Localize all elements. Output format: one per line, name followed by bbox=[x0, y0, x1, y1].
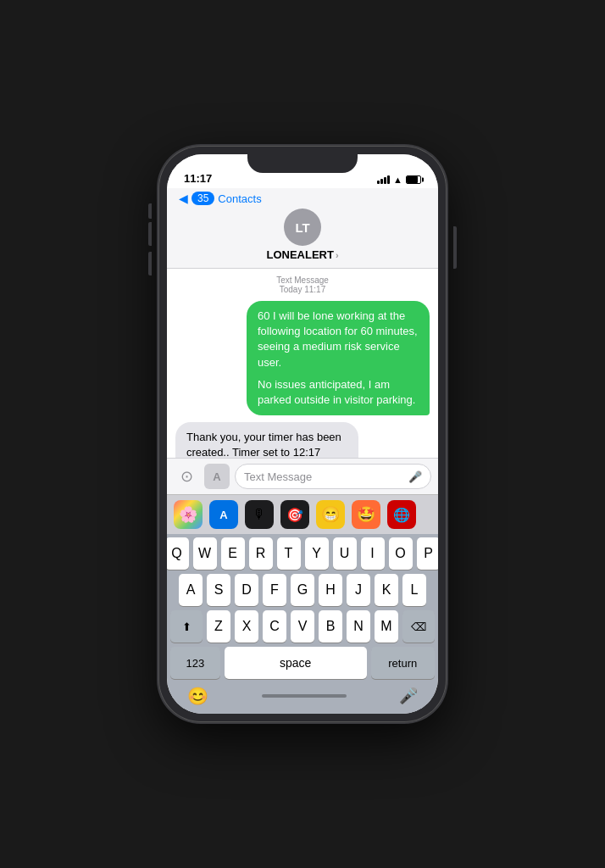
silent-switch[interactable] bbox=[148, 203, 152, 219]
message-time: Today 11:17 bbox=[175, 285, 430, 294]
phone-device: 11:17 ▲ ◀ 35 Contacts bbox=[158, 146, 447, 722]
key-l[interactable]: L bbox=[402, 574, 426, 606]
sticker-app-icon[interactable]: 🤩 bbox=[352, 500, 380, 529]
message-input[interactable]: Text Message 🎤 bbox=[235, 464, 431, 489]
message-meta: Text Message Today 11:17 bbox=[175, 275, 430, 294]
key-a[interactable]: A bbox=[179, 574, 203, 606]
key-u[interactable]: U bbox=[333, 537, 357, 570]
power-button[interactable] bbox=[453, 226, 457, 269]
camera-button[interactable]: ⊙ bbox=[174, 464, 199, 489]
wifi-icon: ▲ bbox=[393, 175, 402, 185]
volume-up-button[interactable] bbox=[148, 222, 152, 246]
status-icons: ▲ bbox=[377, 175, 421, 185]
key-f[interactable]: F bbox=[263, 574, 286, 606]
audio-app-icon[interactable]: 🎙 bbox=[245, 500, 274, 529]
appstore-app-icon[interactable]: A bbox=[209, 500, 238, 529]
key-j[interactable]: J bbox=[347, 574, 370, 606]
contact-header: LT LONEALERT › bbox=[179, 209, 426, 261]
sent-message-row: 60 I will be lone working at the followi… bbox=[175, 301, 430, 415]
key-q[interactable]: Q bbox=[167, 537, 189, 570]
key-z[interactable]: Z bbox=[207, 610, 230, 643]
home-indicator bbox=[262, 694, 347, 698]
nav-bar: ◀ 35 Contacts LT LONEALERT › bbox=[167, 188, 438, 269]
signal-icon bbox=[377, 175, 390, 184]
keyboard-row-3: ⬆ Z X C V B N M ⌫ bbox=[170, 610, 435, 643]
key-r[interactable]: R bbox=[249, 537, 273, 570]
key-t[interactable]: T bbox=[277, 537, 301, 570]
sent-text-2: No issues anticipated, I am parked outsi… bbox=[258, 377, 419, 408]
photos-app-icon[interactable]: 🌸 bbox=[174, 500, 203, 529]
badge-count: 35 bbox=[191, 192, 214, 205]
key-v[interactable]: V bbox=[291, 610, 314, 643]
key-i[interactable]: I bbox=[361, 537, 385, 570]
keyboard-bottom-bar: 😊 🎤 bbox=[170, 683, 435, 714]
back-chevron-icon: ◀ bbox=[179, 192, 188, 205]
back-label: Contacts bbox=[218, 192, 261, 205]
contact-chevron-icon: › bbox=[336, 250, 339, 260]
back-button[interactable]: ◀ 35 Contacts bbox=[179, 192, 426, 205]
contact-name[interactable]: LONEALERT › bbox=[266, 248, 338, 261]
avatar: LT bbox=[284, 209, 321, 246]
key-n[interactable]: N bbox=[347, 610, 370, 643]
notch bbox=[247, 154, 358, 173]
volume-down-button[interactable] bbox=[148, 252, 152, 275]
input-placeholder: Text Message bbox=[244, 470, 312, 483]
memoji-app-icon[interactable]: 😁 bbox=[316, 500, 345, 529]
key-p[interactable]: P bbox=[417, 537, 439, 570]
input-bar: ⊙ A Text Message 🎤 bbox=[167, 458, 438, 494]
key-x[interactable]: X bbox=[235, 610, 258, 643]
keyboard-row-2: A S D F G H J K L bbox=[170, 574, 435, 606]
delete-key[interactable]: ⌫ bbox=[402, 610, 435, 643]
key-c[interactable]: C bbox=[263, 610, 286, 643]
return-key[interactable]: return bbox=[371, 647, 436, 679]
keyboard-row-1: Q W E R T Y U I O P bbox=[170, 537, 435, 570]
sent-bubble[interactable]: 60 I will be lone working at the followi… bbox=[247, 301, 430, 415]
globe-app-icon[interactable]: 🌐 bbox=[387, 500, 416, 529]
key-s[interactable]: S bbox=[207, 574, 230, 606]
received-bubble[interactable]: Thank you, your timer has been created..… bbox=[175, 422, 358, 458]
emoji-key[interactable]: 😊 bbox=[187, 686, 208, 706]
keyboard-mic-icon[interactable]: 🎤 bbox=[399, 687, 418, 705]
key-k[interactable]: K bbox=[375, 574, 398, 606]
numbers-key[interactable]: 123 bbox=[170, 647, 220, 679]
key-w[interactable]: W bbox=[193, 537, 217, 570]
mic-icon: 🎤 bbox=[408, 470, 422, 483]
key-e[interactable]: E bbox=[221, 537, 245, 570]
phone-screen: 11:17 ▲ ◀ 35 Contacts bbox=[167, 154, 438, 714]
shift-key[interactable]: ⬆ bbox=[170, 610, 203, 643]
keyboard-row-bottom: 123 space return bbox=[170, 647, 435, 679]
key-b[interactable]: B bbox=[319, 610, 342, 643]
messages-area: Text Message Today 11:17 60 I will be lo… bbox=[167, 269, 438, 458]
key-g[interactable]: G bbox=[291, 574, 314, 606]
battery-icon bbox=[406, 175, 421, 184]
activity-app-icon[interactable]: 🎯 bbox=[280, 500, 309, 529]
key-h[interactable]: H bbox=[319, 574, 342, 606]
apps-button[interactable]: A bbox=[204, 464, 230, 489]
message-type: Text Message bbox=[175, 275, 430, 285]
key-d[interactable]: D bbox=[235, 574, 258, 606]
space-key[interactable]: space bbox=[225, 647, 367, 679]
app-strip: 🌸 A 🎙 🎯 😁 🤩 🌐 bbox=[167, 494, 438, 534]
sent-text-1: 60 I will be lone working at the followi… bbox=[258, 309, 419, 370]
keyboard: Q W E R T Y U I O P A S D F G H J K bbox=[167, 534, 438, 714]
key-o[interactable]: O bbox=[389, 537, 413, 570]
key-y[interactable]: Y bbox=[305, 537, 329, 570]
received-message-row: Thank you, your timer has been created..… bbox=[175, 422, 430, 458]
status-time: 11:17 bbox=[184, 172, 212, 185]
key-m[interactable]: M bbox=[375, 610, 398, 643]
